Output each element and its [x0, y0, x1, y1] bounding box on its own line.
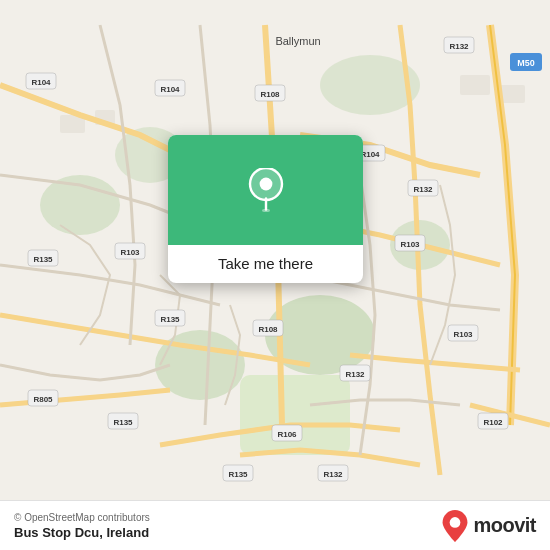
svg-text:R103: R103 — [120, 248, 140, 257]
svg-rect-7 — [240, 375, 350, 455]
svg-text:R135: R135 — [113, 418, 133, 427]
location-name: Bus Stop Dcu, Ireland — [14, 525, 150, 540]
svg-point-56 — [259, 178, 272, 191]
popup-top-section — [168, 135, 363, 245]
svg-text:R108: R108 — [258, 325, 278, 334]
svg-text:R805: R805 — [33, 395, 53, 404]
svg-text:R132: R132 — [345, 370, 365, 379]
popup-bottom-section: Take me there — [168, 245, 363, 283]
bottom-bar: © OpenStreetMap contributors Bus Stop Dc… — [0, 500, 550, 550]
svg-text:R132: R132 — [449, 42, 469, 51]
osm-attribution: © OpenStreetMap contributors — [14, 512, 150, 523]
svg-rect-10 — [460, 75, 490, 95]
svg-text:R132: R132 — [323, 470, 343, 479]
moovit-pin-icon — [441, 510, 469, 542]
svg-text:R103: R103 — [453, 330, 473, 339]
svg-text:R106: R106 — [277, 430, 297, 439]
svg-point-57 — [262, 209, 270, 212]
svg-text:R104: R104 — [160, 85, 180, 94]
map-container: M50 R132 R104 R104 R108 R104 R132 R135 R… — [0, 0, 550, 550]
svg-text:R135: R135 — [33, 255, 53, 264]
svg-point-58 — [450, 517, 461, 528]
svg-text:R108: R108 — [260, 90, 280, 99]
svg-rect-11 — [500, 85, 525, 103]
svg-text:R132: R132 — [413, 185, 433, 194]
svg-text:R135: R135 — [160, 315, 180, 324]
moovit-text-label: moovit — [473, 514, 536, 537]
svg-text:R102: R102 — [483, 418, 503, 427]
svg-text:R104: R104 — [31, 78, 51, 87]
take-me-there-button[interactable]: Take me there — [218, 255, 313, 272]
moovit-logo[interactable]: moovit — [441, 510, 536, 542]
svg-text:R104: R104 — [360, 150, 380, 159]
bottom-left-info: © OpenStreetMap contributors Bus Stop Dc… — [14, 512, 150, 540]
svg-text:R103: R103 — [400, 240, 420, 249]
svg-text:R135: R135 — [228, 470, 248, 479]
location-pin-icon — [244, 168, 288, 212]
svg-text:M50: M50 — [517, 58, 535, 68]
svg-text:Ballymun: Ballymun — [275, 35, 320, 47]
popup-card: Take me there — [168, 135, 363, 283]
